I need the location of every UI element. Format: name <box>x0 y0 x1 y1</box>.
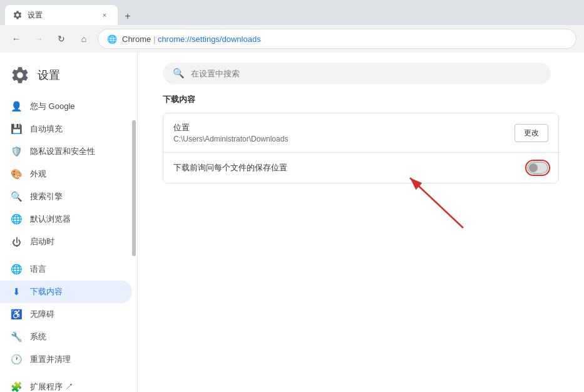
tab-favicon-icon <box>13 10 23 20</box>
search-bar: 🔍 <box>163 63 551 84</box>
secure-icon: 🌐 <box>107 34 117 44</box>
location-row-left: 位置 C:\Users\Administrator\Downloads <box>173 122 288 143</box>
new-tab-button[interactable]: + <box>119 8 136 25</box>
sidebar-item-startup[interactable]: ⏻ 启动时 <box>0 230 132 253</box>
sidebar-label-browser: 默认浏览器 <box>30 214 71 225</box>
back-button[interactable]: ← <box>8 30 25 48</box>
sidebar-label-startup: 启动时 <box>30 236 54 247</box>
sidebar-item-accessibility[interactable]: ♿ 无障碍 <box>0 303 132 326</box>
content-area: 🔍 下载内容 位置 C:\Users\Administrator\Downloa… <box>138 53 584 392</box>
toolbar: ← → ↻ ⌂ 🌐 Chrome | chrome://settings/dow… <box>0 25 584 53</box>
ask-row-left: 下载前询问每个文件的保存位置 <box>173 162 287 173</box>
sidebar-label-system: 系统 <box>30 331 46 343</box>
sidebar-label-reset: 重置并清理 <box>30 354 71 365</box>
sidebar-label-accessibility: 无障碍 <box>30 309 54 320</box>
sidebar-label-language: 语言 <box>30 264 46 275</box>
power-icon: ⏻ <box>10 237 23 247</box>
search-icon: 🔍 <box>10 191 23 202</box>
sidebar-label-appearance: 外观 <box>30 168 46 180</box>
search-bar-icon: 🔍 <box>173 68 185 79</box>
ask-row: 下载前询问每个文件的保存位置 <box>163 152 558 183</box>
tab-close-button[interactable]: × <box>99 9 110 21</box>
palette-icon: 🎨 <box>10 168 23 180</box>
sidebar-item-autofill[interactable]: 💾 自动填充 <box>0 118 132 140</box>
location-value: C:\Users\Administrator\Downloads <box>173 135 288 143</box>
address-text: Chrome | chrome://settings/downloads <box>122 34 261 44</box>
ask-label: 下载前询问每个文件的保存位置 <box>173 162 287 173</box>
search-input[interactable] <box>191 69 541 78</box>
sidebar-label-autofill: 自动填充 <box>30 123 63 135</box>
sidebar-item-google[interactable]: 👤 您与 Google <box>0 95 132 118</box>
sidebar-item-downloads[interactable]: ⬇ 下载内容 <box>0 281 132 303</box>
settings-card: 位置 C:\Users\Administrator\Downloads 更改 下… <box>163 113 559 183</box>
address-separator: | <box>153 34 158 44</box>
puzzle-icon: 🧩 <box>10 381 23 392</box>
sidebar-scrollbar[interactable] <box>132 120 136 256</box>
reload-button[interactable]: ↻ <box>53 30 70 48</box>
ask-toggle[interactable] <box>527 162 548 174</box>
sidebar-item-browser[interactable]: 🌐 默认浏览器 <box>0 208 132 230</box>
sidebar-item-appearance[interactable]: 🎨 外观 <box>0 163 132 185</box>
change-location-button[interactable]: 更改 <box>515 124 548 142</box>
accessibility-icon: ♿ <box>10 309 23 320</box>
sidebar-item-privacy[interactable]: 🛡️ 隐私设置和安全性 <box>0 140 132 163</box>
sidebar-title: 设置 <box>38 68 60 83</box>
shield-icon: 🛡️ <box>10 146 23 157</box>
settings-tab[interactable]: 设置 × <box>5 5 118 25</box>
forward-button[interactable]: → <box>30 30 48 48</box>
search-bar-wrap: 🔍 <box>138 53 576 89</box>
browser-icon: 🌐 <box>10 214 23 225</box>
tab-title: 设置 <box>28 10 43 21</box>
download-icon: ⬇ <box>10 286 23 297</box>
sidebar-label-google: 您与 Google <box>30 101 75 112</box>
tab-bar: 设置 × + <box>0 0 584 25</box>
browser-window: 设置 × + ← → ↻ ⌂ 🌐 Chrome | chrome://setti… <box>0 0 584 392</box>
person-icon: 👤 <box>10 101 23 112</box>
history-icon: 🕐 <box>10 354 23 365</box>
location-row: 位置 C:\Users\Administrator\Downloads 更改 <box>163 113 558 152</box>
wrench-icon: 🔧 <box>10 331 23 343</box>
sidebar-item-language[interactable]: 🌐 语言 <box>0 258 132 281</box>
address-bar[interactable]: 🌐 Chrome | chrome://settings/downloads <box>98 29 576 49</box>
save-icon: 💾 <box>10 123 23 135</box>
sidebar-label-privacy: 隐私设置和安全性 <box>30 146 95 157</box>
sidebar-label-downloads: 下载内容 <box>30 286 63 297</box>
address-url: chrome://settings/downloads <box>158 34 261 44</box>
globe-icon: 🌐 <box>10 264 23 275</box>
sidebar-item-extensions[interactable]: 🧩 扩展程序 ↗ <box>0 376 132 392</box>
location-label: 位置 <box>173 122 288 133</box>
settings-gear-icon <box>10 65 30 85</box>
sidebar-item-reset[interactable]: 🕐 重置并清理 <box>0 348 132 371</box>
toggle-knob <box>529 163 538 172</box>
section-title: 下载内容 <box>138 89 584 113</box>
address-chrome-label: Chrome <box>122 34 151 44</box>
sidebar-label-extensions: 扩展程序 ↗ <box>30 381 73 392</box>
sidebar: 设置 👤 您与 Google 💾 自动填充 🛡️ 隐私设置和安全性 🎨 外观 🔍 <box>0 53 138 392</box>
sidebar-item-system[interactable]: 🔧 系统 <box>0 326 132 348</box>
main-area: 设置 👤 您与 Google 💾 自动填充 🛡️ 隐私设置和安全性 🎨 外观 🔍 <box>0 53 584 392</box>
svg-line-4 <box>410 178 463 228</box>
sidebar-label-search: 搜索引擎 <box>30 191 63 202</box>
sidebar-item-search[interactable]: 🔍 搜索引擎 <box>0 185 132 208</box>
home-button[interactable]: ⌂ <box>75 30 93 48</box>
sidebar-header: 设置 <box>0 58 137 95</box>
